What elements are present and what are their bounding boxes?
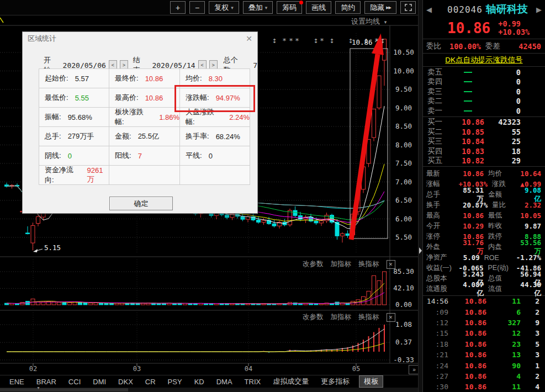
svg-text:8.50: 8.50 (395, 122, 412, 130)
tick-count: 2 (521, 308, 539, 316)
tab-PSY[interactable]: PSY (162, 378, 188, 386)
ok-button[interactable]: 确定 (109, 197, 173, 210)
sell-queue-row: 卖二0 (423, 97, 545, 107)
stats-row: 最新10.86均价10.64 (423, 168, 545, 179)
cell-value: 9261万 (87, 166, 109, 184)
tick-row: :3010.86114 (423, 382, 545, 392)
draw-line-button[interactable]: 画线 (306, 1, 331, 14)
add-indicator-button[interactable]: 加指标 (331, 312, 352, 322)
tick-time: :21 (426, 351, 448, 359)
price-row: 10.86 +0.99 +10.03% (423, 18, 545, 39)
cell-value: 10.86 (145, 75, 163, 83)
close-icon: ✕ (389, 315, 393, 320)
stat-label: 最新 (426, 169, 463, 178)
fullscreen-button[interactable] (400, 1, 416, 14)
stat-label: 换手 (426, 200, 463, 210)
chevron-down-icon: ▾ (265, 5, 268, 10)
cell-label: 总手: (45, 131, 61, 141)
tab-虚拟成交量[interactable]: 虚拟成交量 (267, 377, 315, 386)
change-params-button[interactable]: 改参数 (303, 259, 324, 269)
stats-cell: 大盘涨跌幅:2.24% (180, 108, 250, 126)
simple-mode-button[interactable]: 简约 (335, 1, 361, 14)
x-axis-label: 05 (352, 365, 360, 373)
top-toolbar: + − 复权▾ 叠加▾ 筹码 画线 简约 隐藏▶▶ (0, 0, 418, 15)
zoom-in-button[interactable]: + (170, 1, 186, 14)
svg-text:0.00: 0.00 (395, 300, 412, 309)
tick-row: :1210.863279 (423, 317, 545, 328)
stat-label: 金额 (488, 190, 520, 199)
tab-DMA[interactable]: DMA (210, 378, 239, 386)
svg-text:*: * (283, 36, 287, 45)
stat-label: 净资产 (426, 253, 463, 262)
tab-更多指标[interactable]: 更多指标 (315, 377, 356, 386)
prev-stock-button[interactable]: ◀ (426, 6, 432, 14)
queue-volume: 0 (484, 87, 521, 96)
stats-cell: 阴线:0 (39, 146, 109, 165)
queue-label: 买三 (427, 136, 452, 146)
scrollbar-triangle-icon: ▼ (36, 386, 40, 390)
tick-price: 10.86 (448, 383, 486, 391)
svg-text:42.10: 42.10 (393, 284, 414, 292)
tab-DKX[interactable]: DKX (112, 378, 139, 386)
tab-ENE[interactable]: ENE (3, 378, 30, 386)
flat-dash-icon (464, 110, 472, 112)
buy-queue-row: 买三10.8425 (423, 137, 545, 147)
collapse-handle-icon[interactable] (419, 247, 422, 254)
dialog-titlebar[interactable]: 区域统计 ✕ (23, 32, 257, 45)
tick-volume: 6 (486, 308, 521, 316)
cell-value: 0 (209, 152, 213, 160)
next-stock-button[interactable]: ▶ (536, 6, 542, 14)
change-params-button[interactable]: 改参数 (303, 312, 324, 322)
tab-CCI[interactable]: CCI (62, 378, 87, 386)
queue-volume: 25 (484, 137, 521, 146)
tab-BRAR[interactable]: BRAR (30, 378, 62, 386)
cell-label: 均价: (186, 73, 202, 83)
add-indicator-button[interactable]: 加指标 (331, 259, 352, 269)
stats-grid: 最新10.86均价10.64涨幅+10.03%涨跌▲0.99总手85.31万金额… (423, 167, 545, 295)
stats-cell: 总手:279万手 (39, 127, 109, 146)
x-axis-label: 02 (29, 365, 37, 373)
svg-text:9.50: 9.50 (395, 85, 412, 93)
stat-label: ROE (484, 254, 516, 262)
tab-KD[interactable]: KD (188, 378, 210, 386)
switch-indicator-button[interactable]: 换指标 (358, 312, 379, 322)
scrollbar-thumb[interactable] (0, 388, 128, 391)
bottom-scrollbar[interactable]: ▼ (0, 388, 418, 392)
stat-label: 涨幅 (426, 179, 458, 189)
chips-button[interactable]: 筹码 (277, 1, 302, 14)
close-panel-button[interactable]: ✕ (387, 313, 395, 322)
stats-cell: 涨跌幅:94.97% (180, 88, 250, 107)
switch-indicator-button[interactable]: 换指标 (358, 259, 379, 269)
overlay-button[interactable]: 叠加▾ (243, 1, 273, 14)
zoom-out-button[interactable]: − (189, 1, 205, 14)
close-icon[interactable]: ✕ (246, 34, 252, 43)
sell-queue-row: 卖三0 (423, 87, 545, 97)
set-ma-dropdown[interactable]: 设置均线 ▾ (351, 17, 387, 27)
svg-text:*: * (289, 36, 293, 45)
tab-DMI[interactable]: DMI (87, 378, 112, 386)
svg-text:1.08: 1.08 (395, 320, 412, 329)
cell-label: 板块涨跌幅: (115, 107, 152, 127)
stats-row: 流通股4.087亿流值44.38亿 (423, 284, 545, 294)
queue-label: 卖三 (427, 87, 452, 97)
cell-label: 金额: (115, 131, 131, 141)
queue-volume: 0 (484, 68, 521, 77)
tick-count: 3 (521, 329, 539, 337)
adjust-price-button[interactable]: 复权▾ (209, 1, 239, 14)
tab-CR[interactable]: CR (139, 378, 162, 386)
tick-time: :15 (426, 329, 448, 337)
dk-signal-link[interactable]: DK点自动提示涨跌信号 (445, 55, 522, 65)
double-arrow-icon: ▶▶ (386, 6, 391, 10)
tick-count: 9 (521, 319, 539, 327)
tick-list[interactable]: 14:5610.86112:0910.8662:1210.863279:1510… (423, 296, 545, 392)
close-panel-button[interactable]: ✕ (387, 260, 395, 269)
stat-label: 内盘 (488, 242, 520, 252)
stat-value: 5.09 (463, 253, 480, 262)
buy-queue-row: 买四10.8318 (423, 146, 545, 156)
hide-button[interactable]: 隐藏▶▶ (364, 1, 396, 14)
tab-TRIX[interactable]: TRIX (239, 378, 267, 386)
tab-template[interactable]: 模板 (359, 375, 383, 388)
buy-queue: 买一10.8642323买二10.8555买三10.8425买四10.8318买… (423, 117, 545, 167)
queue-label: 买五 (427, 156, 452, 166)
tick-count: 2 (521, 297, 539, 305)
